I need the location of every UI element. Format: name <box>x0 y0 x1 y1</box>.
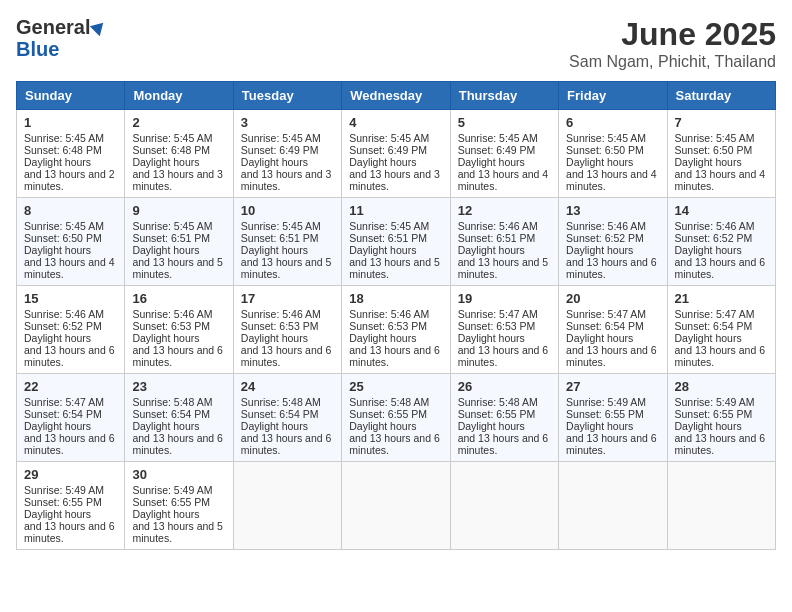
table-row: 9 Sunrise: 5:45 AM Sunset: 6:51 PM Dayli… <box>125 198 233 286</box>
daylight-duration: and 13 hours and 4 minutes. <box>566 168 657 192</box>
table-row: 16 Sunrise: 5:46 AM Sunset: 6:53 PM Dayl… <box>125 286 233 374</box>
sunset-text: Sunset: 6:55 PM <box>349 408 427 420</box>
sunset-text: Sunset: 6:51 PM <box>241 232 319 244</box>
sunset-text: Sunset: 6:53 PM <box>458 320 536 332</box>
title-section: June 2025 Sam Ngam, Phichit, Thailand <box>569 16 776 71</box>
sunset-text: Sunset: 6:54 PM <box>675 320 753 332</box>
sunrise-text: Sunrise: 5:45 AM <box>132 220 212 232</box>
daylight-duration: and 13 hours and 6 minutes. <box>349 432 440 456</box>
daylight-duration: and 13 hours and 4 minutes. <box>458 168 549 192</box>
table-row: 15 Sunrise: 5:46 AM Sunset: 6:52 PM Dayl… <box>17 286 125 374</box>
day-number: 23 <box>132 379 225 394</box>
sunset-text: Sunset: 6:49 PM <box>241 144 319 156</box>
daylight-duration: and 13 hours and 5 minutes. <box>132 256 223 280</box>
sunrise-text: Sunrise: 5:45 AM <box>24 220 104 232</box>
daylight-duration: and 13 hours and 4 minutes. <box>675 168 766 192</box>
daylight-duration: and 13 hours and 6 minutes. <box>241 344 332 368</box>
daylight-duration: and 13 hours and 6 minutes. <box>458 344 549 368</box>
daylight-label: Daylight hours <box>24 420 91 432</box>
header-thursday: Thursday <box>450 82 558 110</box>
daylight-duration: and 13 hours and 6 minutes. <box>24 432 115 456</box>
sunset-text: Sunset: 6:51 PM <box>132 232 210 244</box>
sunrise-text: Sunrise: 5:45 AM <box>241 132 321 144</box>
sunrise-text: Sunrise: 5:46 AM <box>24 308 104 320</box>
day-number: 28 <box>675 379 768 394</box>
day-number: 6 <box>566 115 659 130</box>
daylight-label: Daylight hours <box>458 244 525 256</box>
logo-general: General <box>16 16 90 38</box>
sunset-text: Sunset: 6:51 PM <box>458 232 536 244</box>
day-number: 12 <box>458 203 551 218</box>
sunrise-text: Sunrise: 5:48 AM <box>241 396 321 408</box>
sunset-text: Sunset: 6:52 PM <box>566 232 644 244</box>
sunset-text: Sunset: 6:53 PM <box>241 320 319 332</box>
sunset-text: Sunset: 6:55 PM <box>675 408 753 420</box>
daylight-duration: and 13 hours and 5 minutes. <box>132 520 223 544</box>
daylight-label: Daylight hours <box>132 508 199 520</box>
sunrise-text: Sunrise: 5:46 AM <box>132 308 212 320</box>
sunset-text: Sunset: 6:53 PM <box>349 320 427 332</box>
daylight-label: Daylight hours <box>24 332 91 344</box>
daylight-label: Daylight hours <box>241 420 308 432</box>
table-row: 8 Sunrise: 5:45 AM Sunset: 6:50 PM Dayli… <box>17 198 125 286</box>
day-number: 5 <box>458 115 551 130</box>
table-row: 23 Sunrise: 5:48 AM Sunset: 6:54 PM Dayl… <box>125 374 233 462</box>
sunrise-text: Sunrise: 5:48 AM <box>458 396 538 408</box>
table-row: 17 Sunrise: 5:46 AM Sunset: 6:53 PM Dayl… <box>233 286 341 374</box>
table-row: 1 Sunrise: 5:45 AM Sunset: 6:48 PM Dayli… <box>17 110 125 198</box>
table-row: 18 Sunrise: 5:46 AM Sunset: 6:53 PM Dayl… <box>342 286 450 374</box>
table-row: 27 Sunrise: 5:49 AM Sunset: 6:55 PM Dayl… <box>559 374 667 462</box>
sunrise-text: Sunrise: 5:45 AM <box>349 132 429 144</box>
sunset-text: Sunset: 6:50 PM <box>566 144 644 156</box>
sunrise-text: Sunrise: 5:45 AM <box>458 132 538 144</box>
header-sunday: Sunday <box>17 82 125 110</box>
day-number: 8 <box>24 203 117 218</box>
daylight-duration: and 13 hours and 6 minutes. <box>675 256 766 280</box>
location-title: Sam Ngam, Phichit, Thailand <box>569 53 776 71</box>
table-row: 24 Sunrise: 5:48 AM Sunset: 6:54 PM Dayl… <box>233 374 341 462</box>
sunset-text: Sunset: 6:54 PM <box>24 408 102 420</box>
daylight-label: Daylight hours <box>241 156 308 168</box>
day-number: 15 <box>24 291 117 306</box>
table-row: 26 Sunrise: 5:48 AM Sunset: 6:55 PM Dayl… <box>450 374 558 462</box>
daylight-duration: and 13 hours and 6 minutes. <box>349 344 440 368</box>
table-row: 14 Sunrise: 5:46 AM Sunset: 6:52 PM Dayl… <box>667 198 775 286</box>
logo-blue: Blue <box>16 38 59 60</box>
daylight-label: Daylight hours <box>675 244 742 256</box>
daylight-duration: and 13 hours and 6 minutes. <box>566 344 657 368</box>
day-number: 18 <box>349 291 442 306</box>
sunset-text: Sunset: 6:49 PM <box>349 144 427 156</box>
daylight-label: Daylight hours <box>349 332 416 344</box>
month-title: June 2025 <box>569 16 776 53</box>
sunrise-text: Sunrise: 5:49 AM <box>132 484 212 496</box>
table-row: 22 Sunrise: 5:47 AM Sunset: 6:54 PM Dayl… <box>17 374 125 462</box>
sunset-text: Sunset: 6:48 PM <box>132 144 210 156</box>
day-number: 14 <box>675 203 768 218</box>
day-number: 26 <box>458 379 551 394</box>
sunset-text: Sunset: 6:55 PM <box>24 496 102 508</box>
daylight-label: Daylight hours <box>132 244 199 256</box>
daylight-label: Daylight hours <box>24 244 91 256</box>
table-row: 21 Sunrise: 5:47 AM Sunset: 6:54 PM Dayl… <box>667 286 775 374</box>
sunset-text: Sunset: 6:55 PM <box>566 408 644 420</box>
table-row: 30 Sunrise: 5:49 AM Sunset: 6:55 PM Dayl… <box>125 462 233 550</box>
day-number: 3 <box>241 115 334 130</box>
sunrise-text: Sunrise: 5:46 AM <box>349 308 429 320</box>
day-number: 27 <box>566 379 659 394</box>
sunrise-text: Sunrise: 5:45 AM <box>349 220 429 232</box>
day-number: 11 <box>349 203 442 218</box>
sunrise-text: Sunrise: 5:46 AM <box>566 220 646 232</box>
day-number: 29 <box>24 467 117 482</box>
daylight-label: Daylight hours <box>241 332 308 344</box>
sunrise-text: Sunrise: 5:49 AM <box>675 396 755 408</box>
day-number: 9 <box>132 203 225 218</box>
table-row <box>450 462 558 550</box>
header-tuesday: Tuesday <box>233 82 341 110</box>
daylight-duration: and 13 hours and 6 minutes. <box>566 432 657 456</box>
table-row: 25 Sunrise: 5:48 AM Sunset: 6:55 PM Dayl… <box>342 374 450 462</box>
table-row: 2 Sunrise: 5:45 AM Sunset: 6:48 PM Dayli… <box>125 110 233 198</box>
daylight-label: Daylight hours <box>566 420 633 432</box>
daylight-label: Daylight hours <box>241 244 308 256</box>
day-number: 30 <box>132 467 225 482</box>
table-row: 5 Sunrise: 5:45 AM Sunset: 6:49 PM Dayli… <box>450 110 558 198</box>
